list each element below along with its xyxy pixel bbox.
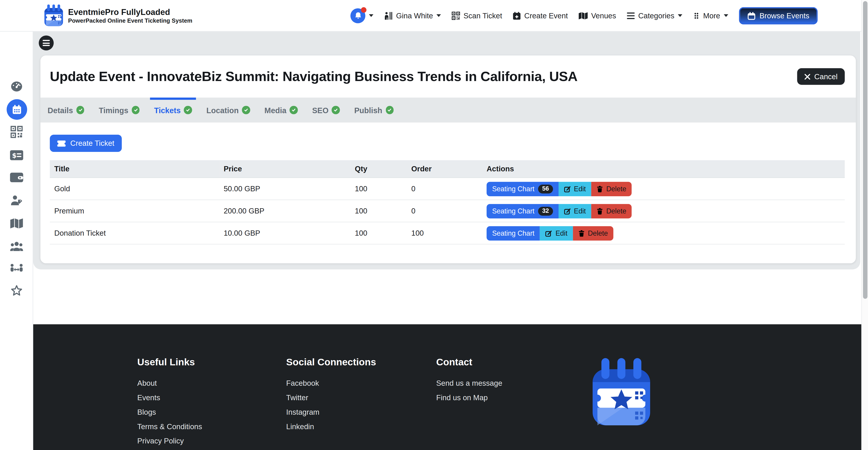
tab-media[interactable]: Media: [257, 97, 305, 122]
tab-tickets[interactable]: Tickets: [147, 97, 199, 122]
ticket-price: 50.00 GBP: [219, 178, 350, 200]
brand-title: EventmiePro FullyLoaded: [68, 7, 192, 17]
edit-button[interactable]: Edit: [558, 181, 591, 196]
tab-location[interactable]: Location: [199, 97, 257, 122]
table-header-row: Title Price Qty Order Actions: [50, 160, 845, 178]
hamburger-icon: [43, 40, 50, 41]
map-icon: [10, 217, 23, 229]
pen-square-icon: [564, 207, 570, 214]
footer-link-blogs[interactable]: Blogs: [137, 408, 156, 416]
delete-button[interactable]: Delete: [591, 204, 632, 218]
check-circle-icon: [332, 106, 340, 114]
sidebar-item-bookings[interactable]: [10, 194, 22, 206]
trash-icon: [597, 186, 603, 192]
sidebar-item-attendees[interactable]: [10, 263, 23, 275]
tab-seo[interactable]: SEO: [305, 97, 347, 122]
update-event-card: Update Event - InnovateBiz Summit: Navig…: [40, 55, 856, 263]
tab-details[interactable]: Details: [40, 97, 92, 122]
footer-link-terms[interactable]: Terms & Conditions: [137, 422, 202, 431]
ticket-icon: [57, 140, 66, 146]
notification-dot: [361, 7, 367, 12]
sidebar-item-dashboard[interactable]: [10, 80, 22, 92]
calendar-icon: [747, 11, 756, 20]
check-circle-icon: [290, 106, 298, 114]
sidebar-item-venues[interactable]: [10, 217, 23, 229]
footer-link-message[interactable]: Send us a message: [436, 379, 502, 388]
footer-link-map[interactable]: Find us on Map: [436, 394, 488, 402]
ticket-title: Gold: [50, 178, 219, 200]
footer-link-twitter[interactable]: Twitter: [286, 394, 308, 402]
tab-timings[interactable]: Timings: [92, 97, 147, 122]
footer-link-linkedin[interactable]: Linkedin: [286, 422, 314, 431]
nav-create-event[interactable]: Create Event: [513, 11, 568, 20]
table-row: Gold 50.00 GBP 100 0 Seating Chart 56: [50, 178, 845, 200]
nav-categories[interactable]: Categories: [627, 11, 683, 20]
calendar-plus-icon: [513, 11, 521, 20]
sidebar-item-scan[interactable]: [10, 126, 22, 138]
seating-chart-button[interactable]: Seating Chart 32: [487, 204, 559, 218]
ticket-price: 10.00 GBP: [219, 222, 350, 244]
app-window: EventmiePro FullyLoaded PowerPacked Onli…: [0, 0, 868, 450]
seating-chart-button[interactable]: Seating Chart 56: [487, 181, 559, 196]
edit-button[interactable]: Edit: [558, 204, 591, 218]
map-icon: [579, 11, 588, 20]
footer-link-about[interactable]: About: [137, 379, 157, 388]
sidebar-toggle-button[interactable]: [39, 35, 54, 51]
sidebar-item-events-active[interactable]: [6, 99, 27, 119]
ticket-qty: 100: [350, 200, 407, 222]
delete-button[interactable]: Delete: [573, 226, 614, 241]
seat-count-badge: 32: [538, 206, 553, 215]
browse-events-button[interactable]: Browse Events: [739, 7, 817, 24]
users-icon: [10, 240, 23, 252]
user-menu[interactable]: Gina White: [384, 11, 441, 20]
left-sidebar: [0, 32, 33, 450]
ticket-order: 0: [407, 178, 482, 200]
nav-more[interactable]: More: [693, 11, 728, 20]
edit-button[interactable]: Edit: [540, 226, 573, 241]
col-qty: Qty: [350, 160, 407, 178]
ticket-qty: 100: [350, 178, 407, 200]
bell-icon[interactable]: [350, 8, 366, 23]
brand-subtitle: PowerPacked Online Event Ticketing Syste…: [68, 17, 192, 24]
scrollbar-thumb[interactable]: [863, 1, 868, 299]
seating-chart-button[interactable]: Seating Chart: [487, 226, 540, 241]
ticket-order: 0: [407, 200, 482, 222]
user-name: Gina White: [396, 11, 433, 20]
qr-code-icon: [10, 126, 22, 138]
trash-icon: [597, 207, 603, 214]
delete-button[interactable]: Delete: [591, 181, 632, 196]
col-actions: Actions: [482, 160, 845, 178]
check-circle-icon: [76, 106, 85, 114]
calendar-icon: [11, 104, 22, 115]
brand-logo-icon: [43, 4, 64, 27]
qr-code-icon: [452, 11, 460, 20]
user-tag-icon: [10, 194, 22, 206]
wallet-icon: [9, 172, 23, 183]
create-ticket-button[interactable]: Create Ticket: [50, 135, 121, 152]
col-order: Order: [407, 160, 482, 178]
footer-link-events[interactable]: Events: [137, 394, 160, 402]
notifications-button[interactable]: [350, 8, 374, 23]
ticket-title: Donation Ticket: [50, 222, 219, 244]
footer-link-privacy[interactable]: Privacy Policy: [137, 437, 184, 445]
sidebar-item-payouts[interactable]: [9, 150, 23, 161]
cancel-button[interactable]: Cancel: [797, 68, 845, 85]
nav-scan-ticket[interactable]: Scan Ticket: [452, 11, 502, 20]
tab-publish[interactable]: Publish: [347, 97, 401, 122]
sidebar-item-customers[interactable]: [10, 240, 23, 252]
sidebar-item-wallet[interactable]: [9, 172, 23, 183]
check-circle-icon: [385, 106, 394, 114]
chevron-down-icon: [436, 14, 441, 17]
nav-venues[interactable]: Venues: [579, 11, 616, 20]
people-arrows-icon: [10, 263, 23, 275]
sidebar-item-reviews[interactable]: [10, 284, 22, 297]
ticket-title: Premium: [50, 200, 219, 222]
footer-link-instagram[interactable]: Instagram: [286, 408, 319, 416]
footer-link-facebook[interactable]: Facebook: [286, 379, 319, 388]
footer-heading: Contact: [436, 357, 472, 368]
money-check-icon: [9, 150, 23, 161]
chevron-down-icon: [723, 14, 728, 17]
table-row: Premium 200.00 GBP 100 0 Seating Chart 3…: [50, 200, 845, 222]
brand[interactable]: EventmiePro FullyLoaded PowerPacked Onli…: [43, 4, 192, 27]
vertical-scrollbar: [862, 0, 868, 450]
